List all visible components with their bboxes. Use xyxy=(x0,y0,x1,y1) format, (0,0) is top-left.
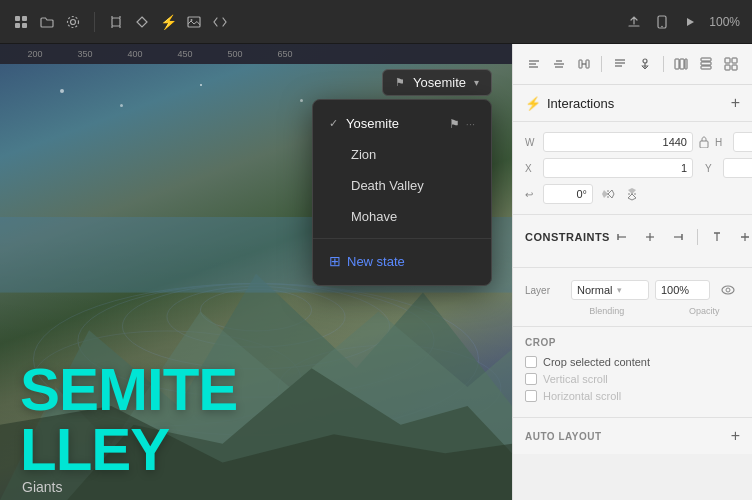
canvas-text-line2: LLEY xyxy=(20,420,169,480)
play-icon[interactable] xyxy=(681,13,699,31)
dimensions-section: W H xyxy=(513,122,752,215)
move-icon[interactable] xyxy=(12,13,30,31)
component-icon[interactable] xyxy=(133,13,151,31)
width-input[interactable] xyxy=(543,132,693,152)
auto-layout-header: AUTO LAYOUT + xyxy=(525,428,740,444)
grid-icon[interactable] xyxy=(721,52,742,76)
layer-row: Layer Normal ▾ 100% xyxy=(525,278,740,302)
constraints-title: Constraints xyxy=(525,231,610,243)
state-dropdown-trigger[interactable]: ⚑ Yosemite ▾ xyxy=(382,69,492,96)
new-state-button[interactable]: ⊞ New state xyxy=(313,245,491,277)
align-left-icon[interactable] xyxy=(523,52,544,76)
canvas-text-line1: SEMITE xyxy=(20,360,237,420)
vertical-scroll-label: Vertical scroll xyxy=(543,373,608,385)
constraint-middle-icon[interactable] xyxy=(733,225,752,249)
constraint-sep xyxy=(697,229,698,245)
device-icon[interactable] xyxy=(653,13,671,31)
constraint-left-icon[interactable] xyxy=(610,225,634,249)
panel-toolbar xyxy=(513,44,752,85)
lightning-icon: ⚡ xyxy=(525,96,541,111)
svg-point-39 xyxy=(643,59,647,63)
chevron-mode-icon: ▾ xyxy=(617,285,622,295)
dots-menu-icon[interactable]: ··· xyxy=(466,118,475,130)
code-icon[interactable] xyxy=(211,13,229,31)
constraint-top-icon[interactable] xyxy=(705,225,729,249)
width-label: W xyxy=(525,137,539,148)
rotation-label: ↩ xyxy=(525,189,539,200)
horizontal-scroll-label: Horizontal scroll xyxy=(543,390,621,402)
canvas: 200 350 400 450 500 650 xyxy=(0,44,512,500)
crop-section: CROP Crop selected content Vertical scro… xyxy=(513,327,752,418)
folder-icon[interactable] xyxy=(38,13,56,31)
svg-point-74 xyxy=(722,286,734,294)
interactions-header: ⚡ Interactions + xyxy=(525,95,740,111)
svg-rect-2 xyxy=(15,23,20,28)
constraint-right-icon[interactable] xyxy=(666,225,690,249)
svg-rect-0 xyxy=(15,16,20,21)
panel-separator xyxy=(601,56,602,72)
toolbar-left: ⚡ xyxy=(12,12,617,32)
opacity-field[interactable]: 100% xyxy=(655,280,710,300)
image-icon[interactable] xyxy=(185,13,203,31)
svg-rect-3 xyxy=(22,23,27,28)
toolbar-right: 100% xyxy=(625,13,740,31)
upload-icon[interactable] xyxy=(625,13,643,31)
layer-mode-select[interactable]: Normal ▾ xyxy=(571,280,649,300)
svg-rect-1 xyxy=(22,16,27,21)
settings-icon[interactable] xyxy=(64,13,82,31)
layer-section: Layer Normal ▾ 100% xyxy=(513,268,752,327)
zoom-label[interactable]: 100% xyxy=(709,15,740,29)
ruler-mark: 500 xyxy=(210,49,260,59)
rotation-field: ↩ xyxy=(525,184,593,204)
flip-v-icon[interactable] xyxy=(623,185,641,203)
flip-h-icon[interactable] xyxy=(599,185,617,203)
dropdown-item-zion[interactable]: Zion xyxy=(313,139,491,170)
auto-layout-title: AUTO LAYOUT xyxy=(525,431,602,442)
x-input[interactable] xyxy=(543,158,693,178)
width-field: W xyxy=(525,132,693,152)
opacity-value: 100% xyxy=(661,284,689,296)
dropdown-item-death-valley[interactable]: Death Valley xyxy=(313,170,491,201)
svg-point-5 xyxy=(68,16,79,27)
svg-point-75 xyxy=(726,288,730,292)
frame-icon[interactable] xyxy=(107,13,125,31)
dropdown-item-label: Death Valley xyxy=(351,178,424,193)
crop-content-checkbox[interactable] xyxy=(525,356,537,368)
blending-sub-label: Blending xyxy=(571,306,643,316)
lock-icon[interactable] xyxy=(699,133,709,151)
dropdown-divider xyxy=(313,238,491,239)
svg-rect-51 xyxy=(732,65,737,70)
rows-icon[interactable] xyxy=(696,52,717,76)
interactions-label: ⚡ Interactions xyxy=(525,96,614,111)
check-icon: ✓ xyxy=(329,117,338,130)
align-center-icon[interactable] xyxy=(548,52,569,76)
eye-icon[interactable] xyxy=(716,278,740,302)
svg-rect-34 xyxy=(586,60,589,68)
anchor-icon[interactable] xyxy=(635,52,656,76)
constraints-header: Constraints xyxy=(525,225,740,249)
distribute-icon[interactable] xyxy=(573,52,594,76)
auto-layout-add-button[interactable]: + xyxy=(731,428,740,444)
columns-icon[interactable] xyxy=(671,52,692,76)
y-input[interactable] xyxy=(723,158,752,178)
flag-icon: ⚑ xyxy=(395,76,405,89)
rotation-input[interactable] xyxy=(543,184,593,204)
ruler-mark: 450 xyxy=(160,49,210,59)
constraint-center-icon[interactable] xyxy=(638,225,662,249)
text-align-icon[interactable] xyxy=(609,52,630,76)
auto-layout-section: AUTO LAYOUT + xyxy=(513,418,752,454)
layer-mode-value: Normal xyxy=(577,284,612,296)
crop-title: CROP xyxy=(525,337,740,348)
interactions-add-button[interactable]: + xyxy=(731,95,740,111)
height-input[interactable] xyxy=(733,132,752,152)
svg-rect-6 xyxy=(112,18,120,26)
ruler-mark: 200 xyxy=(10,49,60,59)
dropdown-trigger-label: Yosemite xyxy=(413,75,466,90)
chevron-down-icon: ▾ xyxy=(474,77,479,88)
ruler-marks: 200 350 400 450 500 650 xyxy=(10,49,310,59)
horizontal-scroll-checkbox[interactable] xyxy=(525,390,537,402)
vertical-scroll-checkbox[interactable] xyxy=(525,373,537,385)
lightning-toolbar-icon[interactable]: ⚡ xyxy=(159,13,177,31)
dropdown-item-mohave[interactable]: Mohave xyxy=(313,201,491,232)
dropdown-item-yosemite[interactable]: ✓ Yosemite ⚑ ··· xyxy=(313,108,491,139)
